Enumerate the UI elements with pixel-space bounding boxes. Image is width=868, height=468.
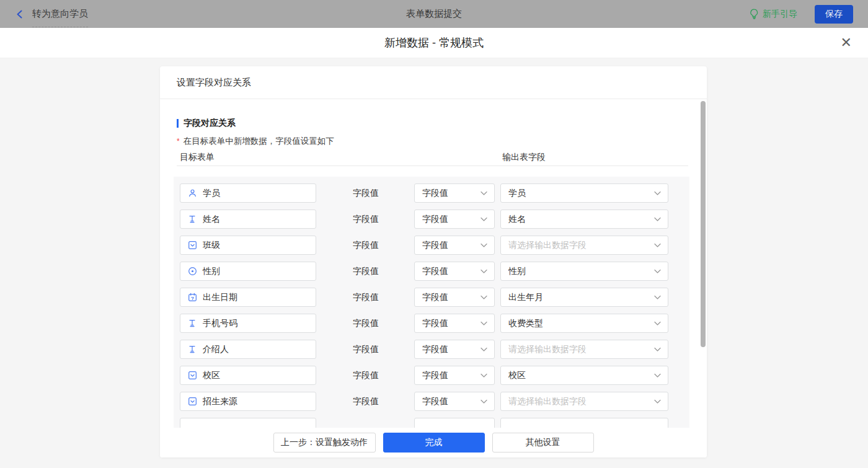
set-as-label: 字段值 xyxy=(353,266,379,277)
chevron-down-icon xyxy=(654,347,661,351)
mapping-row: 校区 字段值 字段值 校区 xyxy=(180,366,668,385)
beginner-guide-button[interactable]: 新手引导 xyxy=(750,9,797,20)
chevron-down-icon xyxy=(480,373,487,377)
chevron-down-icon xyxy=(480,399,487,404)
card-header-title: 设置字段对应关系 xyxy=(160,66,707,99)
other-settings-button[interactable]: 其他设置 xyxy=(492,433,594,453)
modal-title: 新增数据 - 常规模式 xyxy=(384,35,484,50)
mapping-row: 姓名 字段值 字段值 姓名 xyxy=(180,210,668,229)
text-icon xyxy=(187,214,197,224)
set-as-label: 字段值 xyxy=(353,188,379,199)
target-field-chip: 学员 xyxy=(180,183,316,203)
output-field-dropdown[interactable] xyxy=(500,418,668,428)
page-title: 表单数据提交 xyxy=(0,8,868,20)
output-field-dropdown[interactable]: 请选择输出数据字段 xyxy=(500,236,668,255)
select-icon xyxy=(187,241,197,250)
modal-body: 设置字段对应关系 字段对应关系 * 在目标表单中新增数据，字段值设置如下 目标表… xyxy=(0,58,868,467)
mapping-row: 学员 字段值 字段值 学员 xyxy=(180,183,668,203)
set-as-label: 字段值 xyxy=(353,214,379,225)
user-icon xyxy=(187,188,197,198)
value-mode-dropdown[interactable]: 字段值 xyxy=(414,288,495,307)
chevron-down-icon xyxy=(654,191,661,195)
chevron-down-icon xyxy=(654,295,661,299)
chevron-down-icon xyxy=(480,269,487,273)
target-field-chip xyxy=(180,418,316,428)
save-button[interactable]: 保存 xyxy=(815,5,853,24)
column-header-output-fields: 输出表字段 xyxy=(502,152,546,163)
set-as-label: 字段值 xyxy=(353,370,379,381)
output-field-dropdown[interactable]: 请选择输出数据字段 xyxy=(500,340,668,359)
previous-step-button[interactable]: 上一步：设置触发动作 xyxy=(273,433,376,453)
chevron-down-icon xyxy=(480,217,487,221)
target-field-chip: 介绍人 xyxy=(180,340,316,359)
back-label: 转为意向学员 xyxy=(32,0,88,28)
description-text: 在目标表单中新增数据，字段值设置如下 xyxy=(184,136,334,147)
top-bar: 转为意向学员 表单数据提交 新手引导 保存 xyxy=(0,0,868,28)
mapping-row: 出生日期 字段值 字段值 出生年月 xyxy=(180,288,668,307)
text-icon xyxy=(187,345,197,355)
value-mode-dropdown[interactable]: 字段值 xyxy=(414,210,495,229)
set-as-label: 字段值 xyxy=(353,292,379,303)
card-footer: 上一步：设置触发动作 完成 其他设置 xyxy=(160,428,707,457)
back-button[interactable]: 转为意向学员 xyxy=(15,0,88,28)
finish-button[interactable]: 完成 xyxy=(383,433,485,453)
set-as-label: 字段值 xyxy=(353,240,379,251)
chevron-down-icon xyxy=(654,321,661,325)
chevron-down-icon xyxy=(654,269,661,273)
output-field-dropdown[interactable]: 校区 xyxy=(500,366,668,385)
mapping-row: 手机号码 字段值 字段值 收费类型 xyxy=(180,314,668,333)
rows-container: 学员 字段值 字段值 学员 姓名 字段值 字段值 姓名 xyxy=(180,183,668,428)
target-field-chip: 招生来源 xyxy=(180,392,316,411)
select-icon xyxy=(187,397,197,407)
target-field-chip: 手机号码 xyxy=(180,314,316,333)
value-mode-dropdown[interactable]: 字段值 xyxy=(414,262,495,281)
value-mode-dropdown[interactable]: 字段值 xyxy=(414,183,495,203)
close-icon[interactable]: ✕ xyxy=(841,36,852,50)
value-mode-dropdown[interactable]: 字段值 xyxy=(414,236,495,255)
value-mode-dropdown[interactable]: 字段值 xyxy=(414,366,495,385)
output-field-dropdown[interactable]: 性别 xyxy=(500,262,668,281)
text-icon xyxy=(187,319,197,329)
mapping-row-partial xyxy=(180,418,668,428)
set-as-label: 字段值 xyxy=(353,344,379,355)
target-field-chip: 出生日期 xyxy=(180,288,316,307)
section-title: 字段对应关系 xyxy=(184,118,236,129)
field-icon xyxy=(187,423,197,428)
section-heading: 字段对应关系 xyxy=(177,118,236,129)
mapping-row: 招生来源 字段值 字段值 请选择输出数据字段 xyxy=(180,392,668,411)
chevron-down-icon xyxy=(480,191,487,195)
output-field-dropdown[interactable]: 请选择输出数据字段 xyxy=(500,392,668,411)
set-as-label: 字段值 xyxy=(353,396,379,407)
accent-bar xyxy=(177,119,179,128)
value-mode-dropdown[interactable]: 字段值 xyxy=(414,314,495,333)
output-field-dropdown[interactable]: 姓名 xyxy=(500,210,668,229)
output-field-dropdown[interactable]: 收费类型 xyxy=(500,314,668,333)
mapping-panel: 学员 字段值 字段值 学员 姓名 字段值 字段值 姓名 xyxy=(174,177,689,428)
output-field-dropdown[interactable]: 出生年月 xyxy=(500,288,668,307)
value-mode-dropdown[interactable]: 字段值 xyxy=(414,340,495,359)
set-as-label: 字段值 xyxy=(353,318,379,329)
lightbulb-icon xyxy=(750,9,759,19)
target-field-chip: 姓名 xyxy=(180,210,316,229)
chevron-down-icon xyxy=(654,373,661,377)
value-mode-dropdown[interactable] xyxy=(414,418,495,428)
section-description: * 在目标表单中新增数据，字段值设置如下 xyxy=(177,136,334,147)
output-field-dropdown[interactable]: 学员 xyxy=(500,183,668,203)
chevron-down-icon xyxy=(480,243,487,247)
mapping-row: 介绍人 字段值 字段值 请选择输出数据字段 xyxy=(180,340,668,359)
modal-header: 新增数据 - 常规模式 ✕ xyxy=(0,28,868,58)
back-chevron-icon xyxy=(15,9,25,19)
calendar-icon xyxy=(187,293,197,302)
chevron-down-icon xyxy=(654,217,661,221)
target-field-chip: 校区 xyxy=(180,366,316,385)
required-asterisk: * xyxy=(177,137,180,146)
beginner-guide-label: 新手引导 xyxy=(763,9,797,20)
value-mode-dropdown[interactable]: 字段值 xyxy=(414,392,495,411)
chevron-down-icon xyxy=(654,399,661,404)
column-header-target-form: 目标表单 xyxy=(180,152,215,163)
mapping-row: 班级 字段值 字段值 请选择输出数据字段 xyxy=(180,236,668,255)
scrollbar-thumb[interactable] xyxy=(701,101,706,347)
mapping-row: 性别 字段值 字段值 性别 xyxy=(180,262,668,281)
chevron-down-icon xyxy=(480,347,487,351)
chevron-down-icon xyxy=(480,321,487,325)
